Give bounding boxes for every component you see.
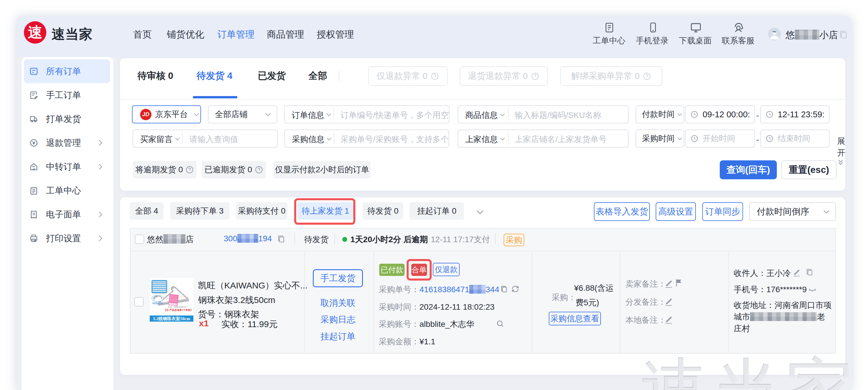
svg-text:JD.COM京东: JD.COM京东	[171, 295, 190, 299]
svg-text:3.2线钢珠衣架50cm: 3.2线钢珠衣架50cm	[153, 316, 190, 321]
svg-text:想要一把数量请拍10: 想要一把数量请拍10	[168, 306, 187, 308]
svg-text:钢珠挂钩: 钢珠挂钩	[152, 302, 163, 305]
svg-text:【注:产品必须是1个衣架】: 【注:产品必须是1个衣架】	[164, 308, 193, 312]
